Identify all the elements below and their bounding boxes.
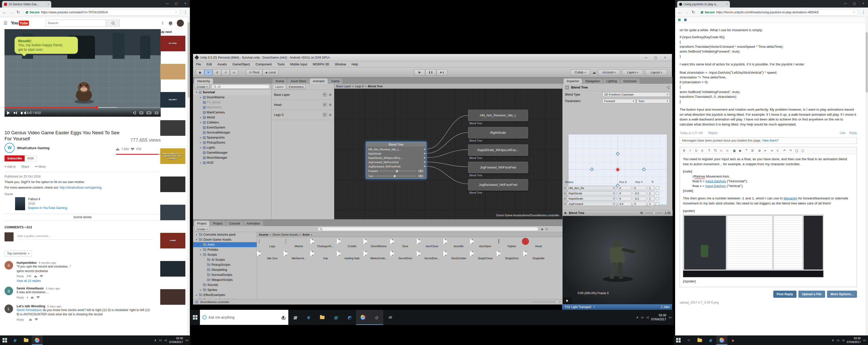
scrollbar-thumb[interactable] bbox=[188, 22, 190, 97]
embedded-screenshot[interactable] bbox=[683, 214, 824, 277]
underline-icon[interactable]: U bbox=[693, 148, 699, 153]
forward-icon[interactable]: → bbox=[685, 10, 689, 15]
align-left-icon[interactable]: ≡ bbox=[775, 148, 780, 153]
outdent-icon[interactable]: ⇤ bbox=[763, 148, 768, 153]
editor-expand-icon[interactable]: ▢ bbox=[800, 148, 805, 153]
upload-file-button[interactable]: Upload a File bbox=[799, 291, 825, 298]
speed-field[interactable]: 1 bbox=[648, 191, 654, 195]
cloud-icon[interactable]: ☁ bbox=[592, 70, 596, 75]
microphone-icon[interactable] bbox=[282, 316, 284, 319]
clock[interactable]: 03:3007/04/2017 bbox=[651, 313, 666, 321]
slider-handle[interactable] bbox=[396, 170, 398, 172]
animator-state-node[interactable]: HM_Aim_Revolver_Idle_L bbox=[468, 110, 528, 121]
animator-layer-row[interactable]: Base Layer IK bbox=[272, 90, 334, 100]
project-folder-row[interactable]: ▸ Concrete textures pack bbox=[193, 232, 257, 237]
browser-tab[interactable]: 10 Genius Video Gar... × bbox=[2, 1, 51, 7]
game-card[interactable]: Fallout 4 2015 Explore in YouTube Gaming bbox=[15, 197, 67, 210]
italic-icon[interactable]: I bbox=[687, 148, 693, 153]
back-icon[interactable]: ← bbox=[2, 10, 6, 15]
description-link[interactable]: http://whatculture.com/gaming bbox=[60, 186, 102, 189]
clock[interactable]: 03:3007/04/2017 bbox=[847, 337, 861, 344]
edge-icon[interactable]: e bbox=[9, 336, 21, 345]
asset-item[interactable]: Fighter bbox=[499, 239, 525, 248]
HM_Aim_Re[interactable]: ≡ HM_Aim_Re⊙ 0 0 1 bbox=[564, 185, 671, 191]
preview-viewport[interactable]: 0:00 (000.0%) Frame 0 bbox=[563, 216, 673, 305]
youtube-logo[interactable]: You Tube bbox=[11, 21, 29, 26]
project-tab[interactable]: Project bbox=[194, 221, 210, 226]
inspector-tab[interactable]: Occlusion bbox=[620, 79, 640, 84]
pos-x-field[interactable]: 0.4 bbox=[618, 202, 631, 206]
photos-icon[interactable]: ◩ bbox=[343, 310, 356, 325]
minimize-button[interactable]: — bbox=[163, 0, 172, 7]
like-link[interactable]: Like bbox=[840, 131, 845, 135]
inspector-tab[interactable]: Inspector bbox=[564, 79, 582, 84]
hierarchy-item[interactable]: ▸ PickupStores bbox=[193, 140, 271, 145]
expand-icon[interactable]: ▾ bbox=[195, 91, 198, 93]
speed-field[interactable]: 1 bbox=[648, 202, 654, 206]
more-options-button[interactable]: More Options... bbox=[827, 291, 857, 298]
project-search[interactable] bbox=[317, 227, 538, 231]
smilies-icon[interactable]: ☺ bbox=[719, 148, 724, 153]
expand-icon[interactable]: ▸ bbox=[199, 162, 202, 164]
page-scrollbar[interactable] bbox=[866, 17, 868, 336]
collab-dropdown[interactable]: Collab▾ bbox=[570, 69, 590, 76]
expand-icon[interactable]: ▸ bbox=[199, 249, 202, 251]
motion-point[interactable] bbox=[616, 152, 620, 156]
asset-item[interactable]: doorOpen bbox=[472, 239, 499, 248]
menu-item[interactable]: Assets bbox=[215, 63, 230, 66]
comment-author[interactable]: Let's talk Wrestling bbox=[17, 305, 45, 308]
project-tab[interactable]: Console bbox=[226, 221, 243, 226]
rect-tool-icon[interactable]: ▭ bbox=[230, 69, 238, 76]
hierarchy-item[interactable]: ▸ Colliders bbox=[193, 120, 271, 125]
text-color-icon[interactable]: A bbox=[700, 148, 705, 153]
thumbs-up-icon[interactable] bbox=[34, 275, 37, 277]
maximize-button[interactable]: ▢ bbox=[172, 0, 181, 7]
related-video-thumbnail[interactable] bbox=[160, 205, 185, 220]
tab-close-icon[interactable]: × bbox=[726, 2, 728, 6]
motion-object-field[interactable]: HM_Aim_Re⊙ bbox=[567, 186, 617, 190]
menu-item[interactable]: Window bbox=[332, 63, 349, 66]
asset-item[interactable]: SingleIdle bbox=[525, 251, 552, 260]
reply-link[interactable]: Reply bbox=[849, 131, 857, 135]
project-folder-row[interactable]: ▸ Sprites bbox=[193, 287, 257, 292]
menu-item[interactable]: Mobile Input bbox=[287, 63, 310, 66]
breadcrumb-doom-game-assets[interactable]: Doom Game Assets bbox=[273, 233, 298, 236]
unity-editor-icon[interactable]: ◇ bbox=[370, 310, 383, 325]
asset-item[interactable]: MeleeZomb... bbox=[366, 251, 392, 260]
tab-hierarchy[interactable]: Hierarchy bbox=[194, 79, 213, 84]
volume-icon[interactable]: ◁ bbox=[646, 316, 649, 319]
bold-icon[interactable]: B bbox=[681, 148, 687, 153]
asset-item[interactable]: IdleSecret... bbox=[285, 251, 312, 260]
pos-y-field[interactable]: -0.2 bbox=[633, 191, 646, 195]
address-bar[interactable]: Secure https://www.youtube.com/watch?v=7… bbox=[23, 9, 180, 16]
slider-handle[interactable] bbox=[394, 175, 396, 177]
project-folder-row[interactable]: Storytelling bbox=[193, 267, 257, 272]
miniplayer-icon[interactable] bbox=[140, 112, 143, 114]
close-button[interactable]: × bbox=[660, 55, 670, 61]
object-picker-icon[interactable]: ⊙ bbox=[613, 186, 615, 190]
expand-icon[interactable]: ▸ bbox=[199, 116, 202, 119]
tab-scene[interactable]: Scene bbox=[273, 79, 287, 84]
drag-handle-icon[interactable]: ≡ bbox=[564, 186, 566, 190]
menu-item[interactable]: Component bbox=[253, 63, 275, 66]
blend-motion-row[interactable]: HM_Aim_Revolver_Idle_L... bbox=[366, 147, 426, 151]
hierarchy-item[interactable]: ▸ Spawnpoints bbox=[193, 135, 271, 140]
object-picker-icon[interactable]: ⊙ bbox=[613, 192, 615, 195]
chrome-icon[interactable] bbox=[32, 336, 43, 345]
speed-field[interactable]: 1 bbox=[648, 186, 654, 190]
clock[interactable]: 03:3007/04/2017 bbox=[169, 337, 183, 344]
related-video-thumbnail[interactable] bbox=[160, 120, 185, 136]
local-toggle[interactable]: ◈ Local bbox=[262, 69, 279, 76]
preview-avatar-selector[interactable] bbox=[563, 297, 571, 304]
blend-motion-row[interactable]: JogForward_NtrlFaceFwd bbox=[366, 160, 426, 164]
motion-object-field[interactable]: RightStrafe⊙ bbox=[567, 191, 617, 195]
thumbs-down-icon[interactable] bbox=[40, 275, 43, 277]
animator-layer-row[interactable]: Legs 0 IK bbox=[272, 110, 334, 120]
slider-value[interactable]: 0 bbox=[417, 169, 424, 173]
related-video-thumbnail[interactable] bbox=[160, 261, 185, 277]
hierarchy-item[interactable]: MainCamera bbox=[193, 110, 271, 115]
file-explorer-icon[interactable] bbox=[315, 310, 329, 325]
play-button[interactable] bbox=[414, 69, 425, 76]
blend-type-dropdown[interactable]: 2D Freeform Cartesian▾ bbox=[602, 92, 670, 97]
expand-icon[interactable]: ▸ bbox=[195, 294, 198, 296]
